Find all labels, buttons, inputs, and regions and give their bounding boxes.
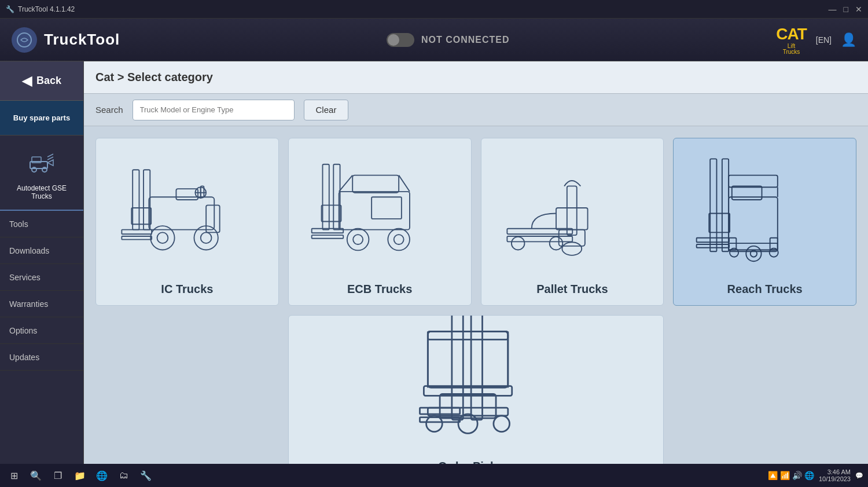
edge-button[interactable]: 🌐 bbox=[93, 466, 111, 485]
search-taskbar-button[interactable]: 🔍 bbox=[27, 466, 45, 485]
maximize-button[interactable]: □ bbox=[844, 5, 848, 14]
taskbar-icons: 🔼 📶 🔊 🌐 bbox=[768, 471, 814, 480]
category-card-ic-trucks[interactable]: IC Trucks bbox=[95, 138, 279, 306]
svg-point-39 bbox=[562, 243, 582, 256]
buy-spare-parts-button[interactable]: Buy spare parts bbox=[0, 101, 83, 136]
header-right: CAT Lift Trucks [EN] 👤 bbox=[776, 25, 856, 55]
titlebar-left: 🔧 TruckTool 4.1.1.42 bbox=[6, 5, 75, 13]
main-layout: ◀ Back Buy spare parts Autodetect GSE Tr… bbox=[0, 61, 868, 487]
back-arrow-icon: ◀ bbox=[22, 74, 32, 89]
ecb-trucks-image bbox=[289, 138, 471, 278]
svg-rect-51 bbox=[732, 186, 762, 200]
svg-rect-44 bbox=[556, 208, 588, 230]
svg-rect-16 bbox=[131, 208, 151, 225]
svg-point-33 bbox=[394, 235, 404, 245]
category-card-pallet-trucks[interactable]: Pallet Trucks bbox=[481, 138, 664, 306]
app-header: TruckTool NOT CONNECTED CAT Lift Trucks … bbox=[0, 19, 868, 61]
clear-button[interactable]: Clear bbox=[304, 100, 349, 120]
category-card-reach-trucks[interactable]: Reach Trucks bbox=[673, 138, 856, 306]
time-display: 3:46 AM bbox=[819, 468, 851, 475]
titlebar: 🔧 TruckTool 4.1.1.42 — □ ✕ bbox=[0, 0, 868, 19]
taskbar-right: 🔼 📶 🔊 🌐 3:46 AM 10/19/2023 💬 bbox=[768, 468, 863, 482]
category-grid: IC Trucks bbox=[84, 126, 868, 487]
svg-point-42 bbox=[512, 237, 525, 250]
taskbar-left: ⊞ 🔍 ❐ 📁 🌐 🗂 🔧 bbox=[5, 466, 155, 485]
system-clock: 3:46 AM 10/19/2023 bbox=[819, 468, 851, 482]
search-label: Search bbox=[95, 105, 123, 115]
reach-trucks-image bbox=[674, 138, 856, 278]
sidebar: ◀ Back Buy spare parts Autodetect GSE Tr… bbox=[0, 61, 84, 487]
svg-rect-15 bbox=[122, 236, 152, 240]
files-button[interactable]: 🗂 bbox=[115, 466, 133, 485]
svg-line-6 bbox=[47, 157, 53, 160]
notification-icon[interactable]: 💬 bbox=[855, 472, 863, 479]
svg-rect-14 bbox=[122, 230, 152, 235]
cat-brand-logo: CAT Lift Trucks bbox=[776, 25, 806, 55]
svg-point-75 bbox=[494, 416, 510, 432]
svg-rect-37 bbox=[567, 186, 576, 236]
svg-rect-29 bbox=[321, 206, 341, 222]
svg-point-32 bbox=[388, 229, 410, 251]
ic-trucks-image bbox=[96, 138, 278, 278]
svg-line-35 bbox=[339, 175, 353, 192]
language-selector[interactable]: [EN] bbox=[816, 35, 832, 45]
order-pickers-image bbox=[289, 315, 664, 455]
sidebar-nav: Tools Downloads Services Warranties Opti… bbox=[0, 211, 83, 487]
svg-rect-7 bbox=[149, 197, 215, 230]
connection-area: NOT CONNECTED bbox=[387, 33, 510, 47]
category-card-order-pickers[interactable]: Order Pickers bbox=[288, 315, 664, 483]
sidebar-item-downloads[interactable]: Downloads bbox=[0, 237, 83, 264]
cat-logo-sub1: Lift bbox=[788, 43, 795, 49]
app-title: TruckTool 4.1.1.42 bbox=[18, 5, 75, 13]
content-area: Cat > Select category Search Clear bbox=[84, 61, 868, 487]
pallet-trucks-image bbox=[481, 138, 664, 278]
user-icon[interactable]: 👤 bbox=[841, 32, 856, 47]
autodetect-label: Autodetect GSE Trucks bbox=[6, 184, 78, 200]
breadcrumb: Cat > Select category bbox=[95, 71, 213, 84]
svg-point-0 bbox=[17, 33, 31, 47]
task-view-button[interactable]: ❐ bbox=[49, 466, 67, 485]
svg-point-72 bbox=[458, 414, 477, 433]
taskbar: ⊞ 🔍 ❐ 📁 🌐 🗂 🔧 🔼 📶 🔊 🌐 3:46 AM 10/19/2023… bbox=[0, 464, 868, 487]
trucktool-taskbar-icon[interactable]: 🔧 bbox=[137, 466, 155, 485]
svg-point-31 bbox=[353, 235, 363, 245]
breadcrumb-bar: Cat > Select category bbox=[84, 61, 868, 94]
logo-icon bbox=[12, 27, 37, 53]
reach-trucks-label: Reach Trucks bbox=[727, 283, 803, 296]
sidebar-item-tools[interactable]: Tools bbox=[0, 211, 83, 237]
app-name: TruckTool bbox=[44, 31, 120, 49]
sidebar-item-services[interactable]: Services bbox=[0, 264, 83, 291]
autodetect-button[interactable]: Autodetect GSE Trucks bbox=[0, 136, 83, 211]
svg-rect-52 bbox=[729, 175, 778, 188]
date-display: 10/19/2023 bbox=[819, 475, 851, 482]
svg-rect-12 bbox=[133, 170, 139, 230]
titlebar-controls: — □ ✕ bbox=[829, 5, 862, 14]
sidebar-item-warranties[interactable]: Warranties bbox=[0, 291, 83, 317]
buy-spare-parts-label: Buy spare parts bbox=[13, 113, 70, 122]
svg-rect-47 bbox=[697, 238, 729, 243]
svg-point-20 bbox=[201, 233, 212, 244]
app-icon: 🔧 bbox=[6, 5, 14, 13]
explorer-button[interactable]: 📁 bbox=[71, 466, 89, 485]
back-button[interactable]: ◀ Back bbox=[0, 61, 83, 101]
sidebar-item-updates[interactable]: Updates bbox=[0, 344, 83, 371]
close-button[interactable]: ✕ bbox=[855, 5, 862, 14]
svg-rect-49 bbox=[709, 214, 730, 233]
cat-logo-text: CAT bbox=[776, 25, 806, 43]
connection-toggle[interactable] bbox=[387, 33, 414, 47]
svg-rect-48 bbox=[697, 245, 729, 248]
svg-rect-8 bbox=[176, 189, 198, 200]
sidebar-item-options[interactable]: Options bbox=[0, 317, 83, 344]
cat-logo-sub2: Trucks bbox=[783, 49, 800, 55]
search-bar: Search Clear bbox=[84, 94, 868, 126]
svg-rect-68 bbox=[428, 331, 507, 339]
search-input[interactable] bbox=[133, 100, 295, 120]
category-card-ecb-trucks[interactable]: ECB Trucks bbox=[288, 138, 472, 306]
start-button[interactable]: ⊞ bbox=[5, 466, 23, 485]
connection-status: NOT CONNECTED bbox=[421, 35, 510, 45]
ecb-trucks-label: ECB Trucks bbox=[347, 283, 412, 296]
ic-trucks-label: IC Trucks bbox=[161, 283, 213, 296]
svg-rect-28 bbox=[312, 236, 344, 239]
svg-rect-24 bbox=[352, 175, 399, 193]
minimize-button[interactable]: — bbox=[829, 5, 837, 14]
